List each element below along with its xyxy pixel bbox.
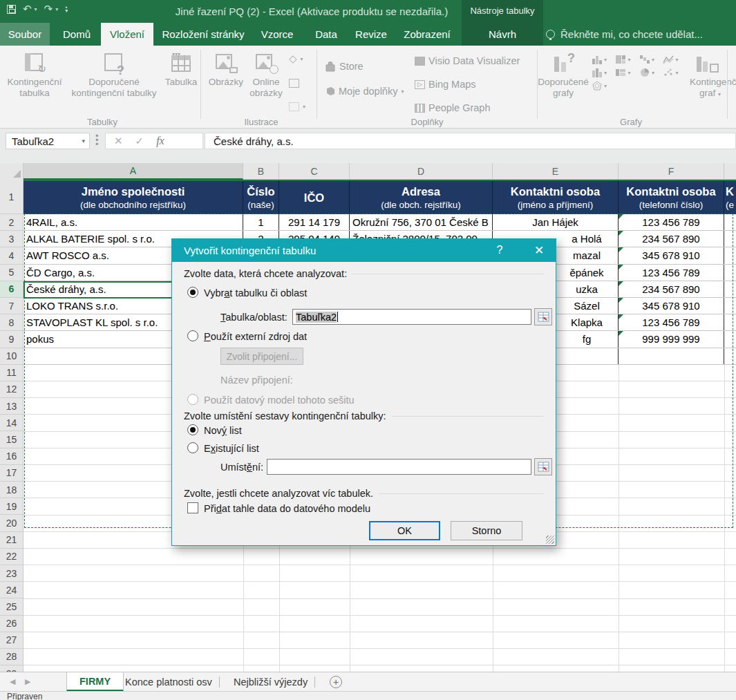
row-header-4[interactable]: 4 [0,247,23,264]
column-header-c[interactable]: C [279,163,350,180]
column-header-a[interactable]: A [23,163,243,180]
tab-formulas[interactable]: Vzorce [253,23,301,46]
hierarchy-chart-button[interactable]: ▾ [615,68,630,77]
cell-empty[interactable] [724,348,736,364]
radio-select-table[interactable] [187,287,198,298]
column-header-g-stub[interactable] [724,163,736,180]
row-header-16[interactable]: 16 [0,448,23,465]
row-header-3[interactable]: 3 [0,231,23,247]
visio-visualizer-button[interactable]: Visio Data Visualizer [415,55,520,66]
screenshot-button[interactable]: ▾ [289,102,305,111]
store-button[interactable]: Store [325,61,364,72]
row-header-24[interactable]: 24 [0,582,23,598]
redo-icon[interactable]: ↷ [44,3,53,15]
column-chart-button[interactable]: ▾ [592,55,607,64]
row-header-28[interactable]: 28 [0,649,23,665]
formula-bar-splitter[interactable]: ••• [95,134,99,146]
column-header-f[interactable]: F [619,163,724,180]
radio-external-source[interactable] [187,330,198,341]
sheet-nav-left-icon[interactable]: ◀ [10,677,15,686]
cell-email-stub[interactable] [724,331,736,347]
row-header-21[interactable]: 21 [0,532,23,549]
row-header-1[interactable]: 1 [0,180,23,214]
row-header-26[interactable]: 26 [0,616,23,632]
recommended-pivot-button[interactable]: ? Doporučené kontingenční tabulky [66,51,162,99]
table-header-row[interactable]: Jméno společnosti(dle obchodního rejstří… [23,180,736,214]
radio-existing-sheet[interactable] [187,442,198,453]
column-header-d[interactable]: D [350,163,493,180]
scatter-chart-button[interactable]: ▾ [663,68,678,77]
row-header-20[interactable]: 20 [0,515,23,531]
cell-email-stub[interactable] [724,265,736,281]
column-header-b[interactable]: B [243,163,279,180]
cell-email-stub[interactable] [724,281,736,297]
line-chart-button[interactable]: ▾ [663,55,678,64]
dialog-close-icon[interactable]: ✕ [529,243,549,258]
cell-number[interactable]: 1 [243,214,279,230]
cell-ico[interactable]: 291 14 179 [279,214,350,230]
row-header-29[interactable]: 29 [0,665,23,672]
table-button[interactable]: ▾▾▾ Tabulka [163,51,199,88]
smartart-button[interactable] [289,79,299,88]
row-header-5[interactable]: 5 [0,265,23,281]
location-picker-button[interactable] [534,458,552,475]
location-input[interactable] [267,459,531,475]
cell-phone[interactable]: 345 678 910 [619,247,724,263]
new-sheet-button[interactable]: + [330,676,342,688]
cell-contact[interactable]: Jan Hájek [493,214,619,230]
treemap-chart-button[interactable]: ▾ [615,55,630,64]
sheet-tab-konce-platnosti[interactable]: Konce platnosti osv [113,672,225,692]
cell-email-stub[interactable] [724,314,736,330]
resize-grip[interactable] [546,536,554,544]
save-icon[interactable] [7,5,16,14]
insert-function-icon[interactable]: fx [156,135,164,147]
row-header-8[interactable]: 8 [0,314,23,331]
cell-phone[interactable]: 345 678 910 [619,298,724,314]
choose-connection-button[interactable]: Zvolit připojení... [220,348,303,365]
add-to-data-model-checkbox[interactable] [187,502,198,513]
waterfall-chart-button[interactable]: ▾ [639,55,654,64]
cell-phone[interactable]: 234 567 890 [619,281,724,297]
undo-dropdown-icon[interactable]: ▾ [35,6,37,12]
online-pictures-button[interactable]: Online obrázky [246,51,286,99]
cell-empty[interactable] [619,348,724,364]
row-header-15[interactable]: 15 [0,431,23,448]
tab-data[interactable]: Data [310,23,343,46]
row-header-12[interactable]: 12 [0,381,23,398]
cancel-entry-icon[interactable]: ✕ [114,135,123,147]
cell-phone[interactable]: 999 999 999 [619,331,724,347]
radio-data-model[interactable] [187,394,198,405]
cell-phone[interactable]: 234 567 890 [619,231,724,247]
customize-qat-icon[interactable]: ▪▾ [65,6,68,12]
pivot-chart-button[interactable]: Kontingenčn graf ▾ [690,51,736,100]
cell-email-stub[interactable] [724,231,736,247]
name-box-dropdown-icon[interactable]: ▾ [82,138,85,144]
my-addins-button[interactable]: Moje doplňky▾ [325,86,404,97]
row-header-19[interactable]: 19 [0,498,23,515]
row-header-25[interactable]: 25 [0,598,23,615]
row-header-2[interactable]: 2 [0,214,23,231]
cancel-button[interactable]: Storno [451,521,522,540]
pie-chart-button[interactable]: ▾ [639,68,654,77]
row-header-10[interactable]: 10 [0,348,23,365]
tab-page-layout[interactable]: Rozložení stránky [160,23,246,46]
shapes-button[interactable]: ◇▾ [289,53,303,65]
recommended-charts-button[interactable]: ? Doporučené grafy [541,51,585,99]
row-header-11[interactable]: 11 [0,365,23,381]
cell-phone[interactable]: 123 456 789 [619,265,724,281]
row-header-7[interactable]: 7 [0,298,23,314]
pivot-table-button[interactable]: ↻ Kontingenční tabulka [6,51,64,99]
cell-phone[interactable]: 123 456 789 [619,214,724,230]
tab-review[interactable]: Revize [351,23,391,46]
tab-file[interactable]: Soubor [0,23,50,46]
bing-maps-button[interactable]: ▷ Bing Maps [415,79,476,90]
row-header-13[interactable]: 13 [0,398,23,415]
row-header-14[interactable]: 14 [0,415,23,431]
histogram-chart-button[interactable]: ▾ [592,68,607,77]
sheet-nav-right-icon[interactable]: ▶ [25,677,30,686]
sheet-tab-nejblizsi-vyjezdy[interactable]: Nejbližší výjezdy [221,672,320,692]
row-header-9[interactable]: 9 [0,331,23,348]
radar-chart-button[interactable]: ▾ [592,81,607,91]
row-header-17[interactable]: 17 [0,465,23,482]
tab-home[interactable]: Domů [59,23,94,46]
